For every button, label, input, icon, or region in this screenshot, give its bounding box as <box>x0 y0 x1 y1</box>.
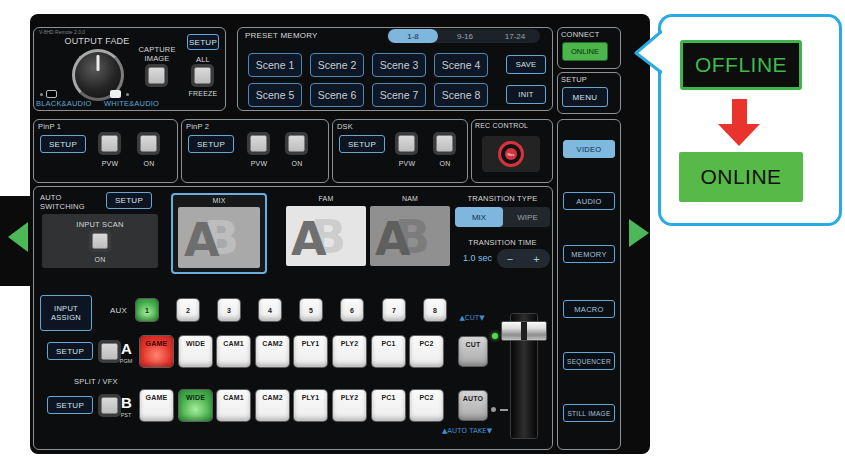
connect-online-button[interactable]: ONLINE <box>562 42 608 61</box>
sidebar-item-still-image[interactable]: STILL IMAGE <box>563 404 615 422</box>
dsk-on-button[interactable] <box>436 135 453 152</box>
page-right-arrow-icon[interactable] <box>629 219 649 247</box>
pinp1-on-button[interactable] <box>140 135 157 152</box>
white-marker-dot <box>126 93 129 96</box>
transition-tile-mix[interactable]: MIX B A <box>171 193 267 274</box>
bus-b-source-ply1[interactable]: PLY1 <box>294 390 327 421</box>
app-version-label: V-8HD Remote 2.0.0 <box>39 29 85 35</box>
bus-a-source-pc1[interactable]: PC1 <box>372 336 405 367</box>
setup-menu-button[interactable]: MENU <box>562 87 608 107</box>
bus-a-source-cam2[interactable]: CAM2 <box>256 336 289 367</box>
transition-time-plus-button[interactable]: + <box>523 249 550 268</box>
aux-button-2[interactable]: 2 <box>177 299 199 321</box>
scene-1-button[interactable]: Scene 1 <box>248 53 302 77</box>
transition-type-title: TRANSITION TYPE <box>455 194 550 203</box>
scene-4-button[interactable]: Scene 4 <box>434 53 488 77</box>
letter-a: A <box>184 217 220 263</box>
dsk-title: DSK <box>337 122 353 131</box>
bus-b-source-wide[interactable]: WIDE <box>179 390 212 421</box>
preset-init-button[interactable]: INIT <box>506 85 546 104</box>
bus-a-setup-button[interactable]: SETUP <box>47 342 93 360</box>
screenshot-root: V-8HD Remote 2.0.0 OUTPUT FADE BLACK&AUD… <box>0 0 845 465</box>
transition-tile-fam-image: B A <box>286 206 366 266</box>
bus-a-source-wide[interactable]: WIDE <box>179 336 212 367</box>
cut-hint-label: ▲CUT▼ <box>449 314 495 322</box>
black-marker-icon <box>46 90 57 98</box>
aux-button-5[interactable]: 5 <box>300 299 322 321</box>
input-scan-button[interactable] <box>92 233 108 249</box>
sidebar-item-audio[interactable]: AUDIO <box>563 192 615 210</box>
sidebar-item-sequencer[interactable]: SEQUENCER <box>563 352 615 370</box>
bus-b-source-cam2[interactable]: CAM2 <box>256 390 289 421</box>
auto-switching-setup-button[interactable]: SETUP <box>106 192 152 209</box>
input-assign-label-1: INPUT <box>54 304 78 313</box>
transition-tile-nam[interactable]: NAM B A <box>367 193 453 274</box>
pinp2-setup-button[interactable]: SETUP <box>188 135 234 153</box>
bus-b-source-game[interactable]: GAME <box>140 390 173 421</box>
callout-tail <box>632 29 662 75</box>
sidebar-item-macro[interactable]: MACRO <box>563 300 615 318</box>
preset-tab-1-8[interactable]: 1-8 <box>388 29 438 43</box>
scene-5-button[interactable]: Scene 5 <box>248 83 302 107</box>
scene-3-button[interactable]: Scene 3 <box>372 53 426 77</box>
aux-button-1[interactable]: 1 <box>136 299 158 321</box>
transition-tile-fam[interactable]: FAM B A <box>283 193 369 274</box>
aux-button-4[interactable]: 4 <box>259 299 281 321</box>
scene-6-button[interactable]: Scene 6 <box>310 83 364 107</box>
preset-tab-17-24[interactable]: 17-24 <box>491 29 539 43</box>
aux-button-7[interactable]: 7 <box>383 299 405 321</box>
bus-a-source-game[interactable]: GAME <box>140 336 173 367</box>
bus-a-letter: A <box>121 340 132 357</box>
cut-button[interactable]: CUT <box>459 337 487 366</box>
transition-tile-nam-label: NAM <box>367 195 453 202</box>
bus-a-source-pc2[interactable]: PC2 <box>410 336 443 367</box>
bus-a-indicator-button[interactable] <box>101 343 118 360</box>
pinp2-pvw-button[interactable] <box>250 135 267 152</box>
pinp1-setup-button[interactable]: SETUP <box>40 135 86 153</box>
aux-button-3[interactable]: 3 <box>218 299 240 321</box>
input-scan-on-label: ON <box>42 256 158 263</box>
aux-button-8[interactable]: 8 <box>424 299 446 321</box>
bus-b-sub-label: PST <box>117 412 135 418</box>
transition-type-wipe-button[interactable]: WIPE <box>505 207 550 227</box>
bus-b-setup-button[interactable]: SETUP <box>47 396 93 414</box>
freeze-all-button[interactable] <box>194 67 211 84</box>
input-assign-button[interactable]: INPUT ASSIGN <box>40 295 92 331</box>
transition-tile-fam-label: FAM <box>283 195 369 202</box>
scene-8-button[interactable]: Scene 8 <box>434 83 488 107</box>
auto-take-hint-label: ▲AUTO TAKE▼ <box>434 427 500 435</box>
rec-control-title: REC CONTROL <box>475 122 528 129</box>
bus-a-source-ply1[interactable]: PLY1 <box>294 336 327 367</box>
capture-image-button[interactable] <box>148 67 165 84</box>
pinp2-pvw-label: PVW <box>244 160 274 167</box>
scene-2-button[interactable]: Scene 2 <box>310 53 364 77</box>
pinp1-pvw-button[interactable] <box>101 135 118 152</box>
transition-time-minus-button[interactable]: − <box>497 249 523 268</box>
bus-b-indicator-button[interactable] <box>101 397 118 414</box>
scene-7-button[interactable]: Scene 7 <box>372 83 426 107</box>
transition-type-mix-button[interactable]: MIX <box>455 207 503 227</box>
dsk-pvw-button[interactable] <box>398 135 415 152</box>
auto-button[interactable]: AUTO <box>459 391 487 420</box>
pinp2-on-button[interactable] <box>288 135 305 152</box>
sidebar-item-video[interactable]: VIDEO <box>563 140 615 158</box>
bus-b-source-cam1[interactable]: CAM1 <box>217 390 250 421</box>
preset-save-button[interactable]: SAVE <box>506 55 546 74</box>
page-left-arrow-icon[interactable] <box>8 222 28 252</box>
split-vfx-label: SPLIT / VFX <box>74 377 118 386</box>
pinp1-on-label: ON <box>135 160 163 167</box>
bus-b-source-pc2[interactable]: PC2 <box>410 390 443 421</box>
preset-tab-9-16[interactable]: 9-16 <box>441 29 489 43</box>
bus-a-source-ply2[interactable]: PLY2 <box>333 336 366 367</box>
connect-title: CONNECT <box>561 30 599 39</box>
aux-button-6[interactable]: 6 <box>341 299 363 321</box>
bus-b-source-ply2[interactable]: PLY2 <box>333 390 366 421</box>
bus-b-source-pc1[interactable]: PC1 <box>372 390 405 421</box>
sidebar-item-memory[interactable]: MEMORY <box>563 245 615 263</box>
freeze-setup-button[interactable]: SETUP <box>187 34 219 50</box>
bus-a-source-cam1[interactable]: CAM1 <box>217 336 250 367</box>
fader-handle[interactable] <box>501 321 547 341</box>
dsk-setup-button[interactable]: SETUP <box>339 135 385 153</box>
preset-memory-title: PRESET MEMORY <box>245 31 318 40</box>
record-button[interactable]: Rec <box>498 141 524 167</box>
